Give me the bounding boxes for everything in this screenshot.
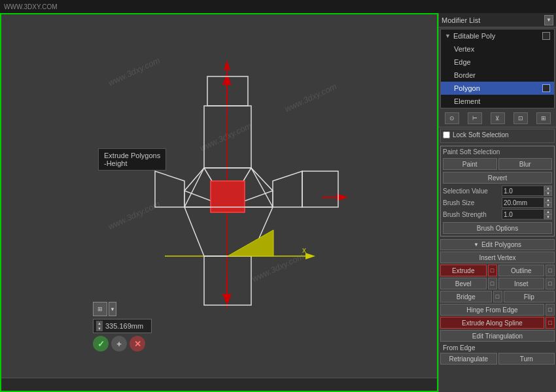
retriangulate-button[interactable]: Retriangulate xyxy=(440,353,497,365)
insert-vertex-button[interactable]: Insert Vertex xyxy=(440,252,555,263)
brush-options-button[interactable]: Brush Options xyxy=(443,222,552,234)
svg-marker-18 xyxy=(155,171,184,207)
bridge-settings[interactable]: □ xyxy=(493,291,502,302)
svg-marker-19 xyxy=(273,171,302,207)
spin-up[interactable]: ▲ xyxy=(96,321,103,326)
bevel-button[interactable]: Bevel xyxy=(440,278,487,289)
selection-value-input[interactable] xyxy=(502,186,544,196)
status-bar xyxy=(1,378,438,391)
stack-item-editable-poly[interactable]: ▼ Editable Poly xyxy=(441,29,554,42)
stack-item-label: Polygon xyxy=(454,84,480,92)
bottom-controls: ⊞ ▼ ▲ ▼ 335.169mm ✓ + ✕ xyxy=(93,302,152,351)
brush-strength-input[interactable] xyxy=(502,209,544,220)
brush-size-up[interactable]: ▲ xyxy=(544,197,552,203)
paint-soft-title: Paint Soft Selection xyxy=(443,148,552,155)
collapse-arrow: ▼ xyxy=(474,242,479,248)
selection-up[interactable]: ▲ xyxy=(544,186,552,191)
turn-button[interactable]: Turn xyxy=(498,353,555,365)
tool-icon-3[interactable]: ⊻ xyxy=(491,112,505,124)
tool-icon-2[interactable]: ⊢ xyxy=(468,112,482,124)
inset-settings[interactable]: □ xyxy=(546,278,555,289)
expand-icon: ▼ xyxy=(445,33,451,39)
selection-value-spin: ▲ ▼ xyxy=(544,186,552,196)
lock-soft-selection-section: Lock Soft Selection xyxy=(440,129,555,143)
bridge-button[interactable]: Bridge xyxy=(440,291,492,302)
extrude-button[interactable]: Extrude xyxy=(440,265,487,276)
outline-settings[interactable]: □ xyxy=(546,265,555,276)
extrude-along-spline-button[interactable]: Extrude Along Spline xyxy=(440,317,544,329)
top-bar: WWW.3DXY.COM xyxy=(0,0,556,13)
blur-button[interactable]: Blur xyxy=(498,158,553,170)
revert-button[interactable]: Revert xyxy=(443,172,552,184)
confirm-button[interactable]: ✓ xyxy=(93,336,109,351)
hinge-from-edge-button[interactable]: Hinge From Edge xyxy=(440,304,544,316)
hinge-row: Hinge From Edge □ xyxy=(440,304,555,316)
paint-button[interactable]: Paint xyxy=(443,158,497,170)
extrude-tooltip: Extrude Polygons -Height xyxy=(98,148,166,171)
cancel-button[interactable]: ✕ xyxy=(130,336,145,351)
bevel-settings[interactable]: □ xyxy=(488,278,497,289)
stack-item-element[interactable]: Element xyxy=(441,95,554,108)
brush-size-input[interactable] xyxy=(502,197,544,208)
vis-box[interactable] xyxy=(542,32,550,40)
lock-soft-selection-row: Lock Soft Selection xyxy=(443,131,552,139)
from-edge-label: From Edge xyxy=(440,343,555,353)
brush-size-down[interactable]: ▼ xyxy=(544,203,552,208)
svg-marker-1 xyxy=(224,60,230,70)
svg-rect-20 xyxy=(302,171,338,207)
grid-dropdown[interactable]: ▼ xyxy=(109,302,116,316)
toolbar-icons: ⊙ ⊢ ⊻ ⊡ ⊞ xyxy=(439,110,556,127)
vis-box-polygon[interactable] xyxy=(542,84,550,92)
selection-down[interactable]: ▼ xyxy=(544,191,552,196)
stack-item-polygon[interactable]: Polygon xyxy=(441,82,554,95)
flip-button[interactable]: Flip xyxy=(504,291,555,302)
brush-size-row: Brush Size ▲ ▼ xyxy=(443,197,552,208)
inset-button[interactable]: Inset xyxy=(498,278,545,289)
action-buttons: ✓ + ✕ xyxy=(93,336,152,351)
brush-strength-up[interactable]: ▲ xyxy=(544,209,552,214)
lock-soft-selection-label: Lock Soft Selection xyxy=(453,131,509,139)
lock-soft-selection-checkbox[interactable] xyxy=(443,131,450,139)
site-url: WWW.3DXY.COM xyxy=(4,3,57,10)
bridge-flip-row: Bridge □ Flip xyxy=(440,291,555,302)
spin-buttons: ▲ ▼ xyxy=(96,321,103,331)
stack-item-edge[interactable]: Edge xyxy=(441,56,554,69)
viewport[interactable]: www.3dxy.com www.3dxy.com www.3dxy.com w… xyxy=(0,13,438,392)
extrude-tooltip-line1: Extrude Polygons xyxy=(104,152,160,159)
tool-icon-5[interactable]: ⊞ xyxy=(536,112,551,124)
svg-rect-17 xyxy=(211,181,245,212)
svg-marker-23 xyxy=(228,230,273,256)
tool-icon-4[interactable]: ⊡ xyxy=(513,112,528,124)
edit-polygons-section: ▼ Edit Polygons Insert Vertex Extrude □ … xyxy=(440,239,555,366)
stack-item-border[interactable]: Border xyxy=(441,69,554,82)
value-input[interactable]: ▲ ▼ 335.169mm xyxy=(93,319,152,333)
spin-down[interactable]: ▼ xyxy=(96,326,103,331)
stack-item-vertex[interactable]: Vertex xyxy=(441,42,554,56)
brush-size-label: Brush Size xyxy=(443,199,502,206)
modifier-list-title: Modifier List xyxy=(442,16,544,24)
right-panel: Modifier List ▼ ▼ Editable Poly Vertex E… xyxy=(438,13,556,392)
svg-marker-9 xyxy=(222,294,232,305)
brush-strength-row: Brush Strength ▲ ▼ xyxy=(443,209,552,220)
retriangulate-turn-row: Retriangulate Turn xyxy=(440,353,555,365)
edit-polygons-header[interactable]: ▼ Edit Polygons xyxy=(440,239,555,250)
svg-text:x: x xyxy=(302,246,306,255)
edit-triangulation-button[interactable]: Edit Triangulation xyxy=(440,330,555,342)
add-button[interactable]: + xyxy=(111,336,127,351)
bevel-inset-row: Bevel □ Inset □ xyxy=(440,278,555,289)
svg-marker-7 xyxy=(222,73,232,85)
extrude-settings[interactable]: □ xyxy=(488,265,497,276)
extrude-spline-row: Extrude Along Spline □ xyxy=(440,317,555,329)
brush-strength-spin: ▲ ▼ xyxy=(544,209,552,220)
stack-item-label: Editable Poly xyxy=(453,32,495,40)
hinge-settings[interactable]: □ xyxy=(546,304,555,316)
modifier-dropdown[interactable]: ▼ xyxy=(544,15,553,25)
grid-icon[interactable]: ⊞ xyxy=(93,302,107,316)
brush-strength-down[interactable]: ▼ xyxy=(544,214,552,220)
extrude-spline-settings[interactable]: □ xyxy=(546,317,555,329)
edit-polygons-title: Edit Polygons xyxy=(481,241,521,248)
modifier-stack: ▼ Editable Poly Vertex Edge Border Polyg… xyxy=(440,29,555,108)
main-layout: www.3dxy.com www.3dxy.com www.3dxy.com w… xyxy=(0,13,556,392)
tool-icon-1[interactable]: ⊙ xyxy=(445,112,459,124)
outline-button[interactable]: Outline xyxy=(498,265,545,276)
